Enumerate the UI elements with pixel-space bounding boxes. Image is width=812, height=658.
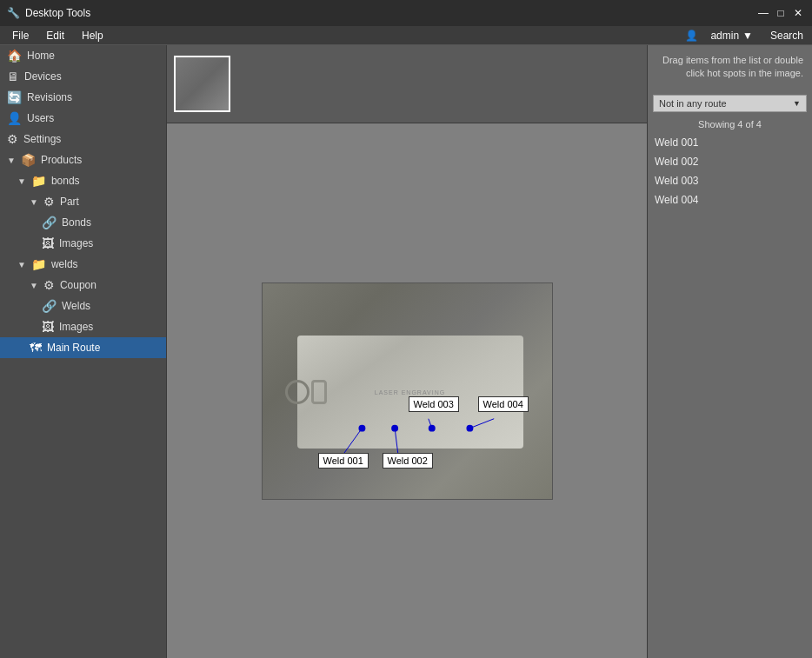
users-icon: 👤 bbox=[7, 111, 22, 125]
sidebar-item-coupon[interactable]: ▼ ⚙ Coupon bbox=[0, 275, 166, 296]
sidebar-item-settings-label: Settings bbox=[23, 133, 61, 145]
sidebar-item-welds[interactable]: ▼ 📁 welds bbox=[0, 254, 166, 275]
app-title: Desktop Tools bbox=[25, 7, 90, 19]
tag-hole bbox=[311, 380, 327, 404]
weld001-label[interactable]: Weld 001 bbox=[318, 453, 369, 469]
app-icon: 🔧 bbox=[7, 7, 20, 19]
tag-text: LASER ENGRAVING bbox=[375, 389, 445, 395]
welds-folder-icon: 📁 bbox=[31, 257, 46, 271]
weld-list-item-2[interactable]: Weld 002 bbox=[648, 152, 812, 171]
sidebar-item-revisions[interactable]: 🔄 Revisions bbox=[0, 87, 166, 108]
sidebar-item-main-route-label: Main Route bbox=[47, 342, 100, 354]
sidebar-item-users-label: Users bbox=[27, 112, 54, 124]
coupon-icon: ⚙ bbox=[43, 278, 55, 292]
images-bonds-icon: 🖼 bbox=[42, 236, 54, 250]
sidebar-item-products[interactable]: ▼ 📦 Products bbox=[0, 150, 166, 170]
sidebar-item-bonds-sub[interactable]: 🔗 Bonds bbox=[0, 212, 166, 233]
sidebar-item-settings[interactable]: ⚙ Settings bbox=[0, 129, 166, 150]
weld002-label[interactable]: Weld 002 bbox=[383, 453, 433, 469]
weld-list-item-1[interactable]: Weld 001 bbox=[648, 133, 812, 152]
maximize-button[interactable]: □ bbox=[774, 6, 788, 20]
home-icon: 🏠 bbox=[7, 49, 22, 63]
search-button[interactable]: Search bbox=[765, 28, 809, 43]
part-icon: ⚙ bbox=[43, 195, 55, 209]
minimize-button[interactable]: — bbox=[756, 6, 770, 20]
title-bar-left: 🔧 Desktop Tools bbox=[7, 7, 90, 19]
thumb-img-1 bbox=[176, 57, 229, 110]
title-bar-controls: — □ ✕ bbox=[756, 6, 805, 20]
showing-count: Showing 4 of 4 bbox=[648, 117, 812, 133]
sidebar-item-bonds-sub-label: Bonds bbox=[62, 216, 91, 229]
part-arrow: ▼ bbox=[30, 197, 38, 207]
sidebar-item-images-welds-label: Images bbox=[59, 321, 93, 333]
route-dropdown[interactable]: Not in any route bbox=[653, 95, 807, 112]
thumbnail-1[interactable] bbox=[174, 56, 230, 112]
coupon-arrow: ▼ bbox=[30, 281, 38, 290]
products-arrow: ▼ bbox=[7, 156, 16, 165]
weld004-label[interactable]: Weld 004 bbox=[478, 396, 529, 412]
sidebar-item-devices-label: Devices bbox=[24, 70, 62, 83]
menu-help[interactable]: Help bbox=[73, 28, 112, 43]
sidebar-item-main-route[interactable]: 🗺 Main Route bbox=[0, 337, 166, 358]
bonds-sub-icon: 🔗 bbox=[42, 216, 57, 229]
revisions-icon: 🔄 bbox=[7, 90, 22, 104]
route-dropdown-label: Not in any route bbox=[659, 98, 727, 109]
content-area: LASER ENGRAVING bbox=[167, 45, 647, 658]
sidebar-item-bonds-label: bonds bbox=[51, 175, 80, 187]
weld003-label[interactable]: Weld 003 bbox=[409, 396, 459, 412]
sidebar-item-home-label: Home bbox=[27, 50, 55, 62]
sidebar-item-bonds[interactable]: ▼ 📁 bonds bbox=[0, 170, 166, 191]
weld-list-item-4[interactable]: Weld 004 bbox=[648, 190, 812, 209]
sidebar-item-images-bonds[interactable]: 🖼 Images bbox=[0, 233, 166, 254]
sidebar-item-welds-label: welds bbox=[51, 258, 78, 270]
main-layout: 🏠 Home 🖥 Devices 🔄 Revisions 👤 Users ⚙ S… bbox=[0, 45, 812, 658]
bonds-folder-icon: 📁 bbox=[31, 174, 46, 188]
weld-list-item-3[interactable]: Weld 003 bbox=[648, 171, 812, 190]
menu-edit[interactable]: Edit bbox=[37, 28, 73, 43]
welds-arrow: ▼ bbox=[17, 260, 26, 269]
sidebar-item-products-label: Products bbox=[41, 154, 82, 166]
title-bar: 🔧 Desktop Tools — □ ✕ bbox=[0, 0, 812, 26]
sidebar-item-devices[interactable]: 🖥 Devices bbox=[0, 66, 166, 87]
sidebar-item-images-welds[interactable]: 🖼 Images bbox=[0, 316, 166, 337]
admin-menu[interactable]: admin ▼ bbox=[705, 28, 758, 43]
bonds-arrow: ▼ bbox=[17, 176, 26, 186]
drag-hint: Drag items from the list or double click… bbox=[648, 45, 812, 90]
sidebar: 🏠 Home 🖥 Devices 🔄 Revisions 👤 Users ⚙ S… bbox=[0, 45, 167, 658]
right-panel: Drag items from the list or double click… bbox=[647, 45, 812, 658]
admin-label: admin bbox=[710, 30, 739, 42]
sidebar-item-revisions-label: Revisions bbox=[27, 91, 72, 103]
sidebar-item-welds-sub-label: Welds bbox=[62, 300, 90, 312]
main-image-area: LASER ENGRAVING bbox=[167, 123, 647, 658]
sidebar-item-home[interactable]: 🏠 Home bbox=[0, 45, 166, 66]
image-strip bbox=[167, 45, 647, 123]
devices-icon: 🖥 bbox=[7, 70, 19, 83]
sidebar-item-users[interactable]: 👤 Users bbox=[0, 108, 166, 129]
tag-ring bbox=[285, 380, 309, 404]
weld-image: LASER ENGRAVING bbox=[262, 282, 553, 500]
products-icon: 📦 bbox=[21, 153, 36, 167]
main-route-icon: 🗺 bbox=[30, 341, 42, 355]
settings-icon: ⚙ bbox=[7, 132, 18, 146]
sidebar-item-coupon-label: Coupon bbox=[60, 279, 97, 291]
images-welds-icon: 🖼 bbox=[42, 320, 54, 334]
welds-sub-icon: 🔗 bbox=[42, 299, 57, 313]
close-button[interactable]: ✕ bbox=[791, 6, 805, 20]
admin-icon: 👤 bbox=[685, 30, 698, 42]
metal-tag: LASER ENGRAVING bbox=[297, 336, 523, 449]
sidebar-item-welds-sub[interactable]: 🔗 Welds bbox=[0, 296, 166, 316]
sidebar-item-images-bonds-label: Images bbox=[59, 237, 93, 249]
sidebar-item-part[interactable]: ▼ ⚙ Part bbox=[0, 191, 166, 212]
sidebar-item-part-label: Part bbox=[60, 196, 79, 208]
weld-image-container: LASER ENGRAVING bbox=[262, 282, 553, 500]
admin-chevron: ▼ bbox=[742, 30, 753, 42]
menu-file[interactable]: File bbox=[3, 28, 37, 43]
menu-bar: File Edit Help 👤 admin ▼ Search bbox=[0, 26, 812, 45]
menu-bar-right: 👤 admin ▼ Search bbox=[685, 28, 809, 43]
